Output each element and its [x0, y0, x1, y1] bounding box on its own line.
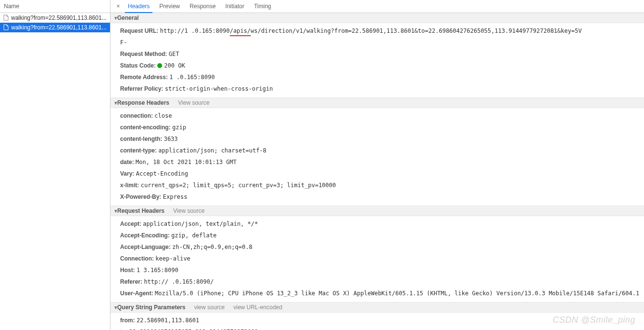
headers-detail[interactable]: ▼General Request URL: http://1 .0.165:80… [110, 13, 644, 330]
disclosure-triangle-icon: ▼ [113, 305, 117, 310]
tab-headers[interactable]: Headers [123, 0, 154, 13]
query-params-block: from: 22.586901,113.8601 to: 22.69860427… [110, 313, 644, 330]
view-source-link[interactable]: View source [178, 99, 209, 106]
header-row: Accept-Encoding: gzip, deflate [120, 230, 644, 241]
request-headers-block: Accept: application/json, text/plain, */… [110, 216, 644, 302]
document-icon [3, 14, 9, 21]
section-title: General [117, 14, 139, 21]
section-request-headers-header[interactable]: ▼Request Headers View source [110, 206, 644, 216]
document-icon [3, 24, 9, 31]
highlighted-path-segment: /apis/ [230, 28, 250, 34]
section-general-header[interactable]: ▼General [110, 13, 644, 23]
close-icon[interactable]: × [113, 0, 123, 13]
header-row: x-limit: current_qps=2; limit_qps=5; cur… [120, 179, 644, 191]
disclosure-triangle-icon: ▼ [113, 208, 117, 214]
sidebar-header-name[interactable]: Name [0, 0, 110, 13]
header-row: content-type: application/json; charset=… [120, 145, 644, 156]
param-row: from: 22.586901,113.8601 [120, 315, 644, 326]
tab-response[interactable]: Response [185, 0, 220, 13]
header-row: User-Agent: Mozilla/5.0 (iPhone; CPU iPh… [120, 288, 644, 299]
disclosure-triangle-icon: ▼ [113, 100, 117, 106]
kv-label: Request URL: [120, 28, 158, 34]
general-block: Request URL: http://1 .0.165:8090/apis/w… [110, 23, 644, 97]
network-request-sidebar: Name walking?from=22.586901,113.8601... … [0, 0, 110, 330]
detail-tabbar: × Headers Preview Response Initiator Tim… [110, 0, 644, 13]
header-row: content-encoding: gzip [120, 122, 644, 133]
header-row: Accept: application/json, text/plain, */… [120, 218, 644, 230]
response-headers-block: connection: close content-encoding: gzip… [110, 108, 644, 206]
status-dot-icon [157, 63, 162, 68]
view-source-link[interactable]: View source [173, 207, 205, 214]
detail-pane: × Headers Preview Response Initiator Tim… [110, 0, 644, 330]
header-row: Host: 1 3.165:8090 [120, 264, 644, 276]
referrer-policy-row: Referrer Policy: strict-origin-when-cros… [120, 83, 644, 95]
view-url-encoded-link[interactable]: view URL-encoded [233, 304, 282, 311]
status-code-row: Status Code: 200 OK [120, 60, 644, 71]
header-row: Vary: Accept-Encoding [120, 168, 644, 179]
header-row: Referer: http:// .0.165:8090/ [120, 276, 644, 288]
request-url-row-2: F- [120, 37, 644, 48]
kv-value: http://1 .0.165:8090/apis/ws/direction/v… [160, 28, 582, 34]
request-method-row: Request Method: GET [120, 48, 644, 60]
header-row: X-Powered-By: Express [120, 191, 644, 203]
section-title: Query String Parameters [117, 304, 185, 311]
section-response-headers-header[interactable]: ▼Response Headers View source [110, 97, 644, 108]
request-item[interactable]: walking?from=22.586901,113.8601... [0, 13, 110, 23]
header-row: date: Mon, 18 Oct 2021 10:01:13 GMT [120, 156, 644, 168]
request-list: walking?from=22.586901,113.8601... walki… [0, 13, 110, 330]
disclosure-triangle-icon: ▼ [113, 15, 117, 21]
section-title: Response Headers [117, 99, 169, 106]
header-row: Connection: keep-alive [120, 253, 644, 264]
section-query-params-header[interactable]: ▼Query String Parameters view source vie… [110, 302, 644, 313]
header-row: content-length: 3633 [120, 133, 644, 145]
request-item[interactable]: walking?from=22.586901,113.8601... [0, 23, 110, 32]
tab-timing[interactable]: Timing [249, 0, 276, 13]
tab-initiator[interactable]: Initiator [220, 0, 249, 13]
section-title: Request Headers [117, 207, 164, 214]
header-row: Accept-Language: zh-CN,zh;q=0.9,en;q=0.8 [120, 241, 644, 253]
param-row: to: 22.698604276265055,113.9144977927208… [120, 326, 644, 330]
request-item-label: walking?from=22.586901,113.8601... [11, 14, 107, 21]
header-row: connection: close [120, 110, 644, 122]
request-item-label: walking?from=22.586901,113.8601... [11, 24, 107, 31]
request-url-row: Request URL: http://1 .0.165:8090/apis/w… [120, 25, 644, 37]
tab-preview[interactable]: Preview [154, 0, 185, 13]
remote-address-row: Remote Address: 1 .0.165:8090 [120, 71, 644, 83]
view-source-link[interactable]: view source [194, 304, 224, 311]
